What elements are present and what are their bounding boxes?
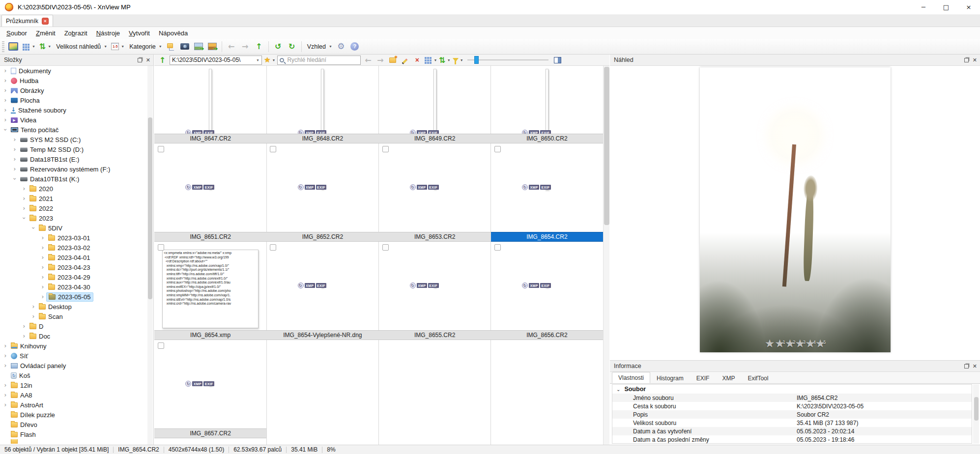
thumbnail-image[interactable]: ↻XMPEXIF bbox=[433, 186, 436, 189]
float-panel-icon[interactable] bbox=[964, 364, 969, 369]
expander-icon[interactable]: › bbox=[2, 401, 9, 408]
sidebar-item-hudba[interactable]: ›Hudba bbox=[0, 76, 147, 85]
menu-item-nástroje[interactable]: Nástroje bbox=[92, 29, 124, 37]
thumbnail-cell[interactable]: ↻XMPEXIFIMG_8652.CR2 bbox=[266, 143, 378, 242]
sidebar-item-aa8[interactable]: ›AA8 bbox=[0, 390, 147, 400]
categories-button[interactable]: Kategorie▼ bbox=[127, 40, 163, 53]
sidebar-item-2023-04-23[interactable]: ›2023-04-23 bbox=[0, 262, 147, 272]
thumbnail-image[interactable]: ↻XMPEXIF bbox=[209, 69, 212, 134]
thumbnail-image[interactable]: ↻XMPEXIF bbox=[209, 186, 212, 189]
expander-icon[interactable]: › bbox=[21, 333, 28, 340]
thumbnail-image[interactable]: ↻XMPEXIF bbox=[546, 284, 548, 287]
sidebar-item-5div[interactable]: ›5DIV bbox=[0, 223, 147, 233]
thumbnail-checkbox[interactable] bbox=[382, 146, 389, 152]
expander-icon[interactable]: › bbox=[2, 116, 9, 123]
thumbnail-image[interactable]: ↻XMPEXIF bbox=[321, 284, 324, 287]
sidebar-item-2023-03-01[interactable]: ›2023-03-01 bbox=[0, 233, 147, 243]
tab-exiftool[interactable]: ExifTool bbox=[741, 373, 775, 383]
delete-icon[interactable]: × bbox=[412, 55, 422, 65]
label-filter-icon[interactable]: 1-5▼ bbox=[110, 40, 126, 53]
expander-icon[interactable]: › bbox=[30, 303, 37, 310]
thumbnail-cell[interactable]: ↻XMPEXIFIMG_8655.CR2 bbox=[379, 242, 491, 340]
expander-icon[interactable]: › bbox=[2, 67, 9, 74]
tab-xmp[interactable]: XMP bbox=[716, 373, 741, 383]
expander-icon[interactable]: › bbox=[2, 77, 9, 84]
thumbnail-checkbox[interactable] bbox=[494, 244, 501, 251]
filter-icon[interactable]: ▼ bbox=[453, 55, 463, 65]
back-icon[interactable]: ← bbox=[225, 40, 238, 53]
thumbnail-checkbox[interactable] bbox=[382, 244, 389, 251]
thumbnail-image[interactable]: ↻XMPEXIF bbox=[321, 186, 324, 189]
expander-icon[interactable]: › bbox=[2, 392, 9, 398]
tab-histogram[interactable]: Histogram bbox=[650, 373, 690, 383]
menu-item-vytvořit[interactable]: Vytvořit bbox=[124, 29, 154, 37]
close-button[interactable]: × bbox=[957, 0, 980, 14]
tab-close-icon[interactable]: × bbox=[42, 18, 49, 25]
sidebar-item-videa[interactable]: ›▶Videa bbox=[0, 115, 147, 125]
rotate-left-icon[interactable]: ↺ bbox=[272, 40, 285, 53]
rename-icon[interactable] bbox=[400, 55, 410, 65]
path-combobox[interactable]: K:\2023\5DIV\2023-05-05\▼ bbox=[170, 56, 262, 65]
expander-icon[interactable]: › bbox=[39, 264, 46, 271]
sidebar-item-2021[interactable]: ›2021 bbox=[0, 194, 147, 203]
thumbnail-size-button[interactable]: Velikost náhledů▼ bbox=[54, 40, 109, 53]
sidebar-item-scan[interactable]: ›Scan bbox=[0, 312, 147, 321]
sidebar-item-ovl-dac-panely[interactable]: ›Ovládací panely bbox=[0, 361, 147, 370]
thumbnail-cell[interactable]: ↻XMPEXIFIMG_8650.CR2 bbox=[491, 66, 603, 143]
expander-icon[interactable]: › bbox=[11, 156, 18, 163]
folder-tree-icon[interactable] bbox=[165, 40, 177, 53]
sidebar-item-2022[interactable]: ›2022 bbox=[0, 203, 147, 213]
expander-icon[interactable]: › bbox=[2, 97, 9, 104]
expander-icon[interactable]: › bbox=[11, 175, 18, 182]
rating-star-icon[interactable]: ★3 bbox=[795, 338, 806, 349]
rating-star-icon[interactable]: ★ bbox=[765, 338, 775, 349]
expander-icon[interactable]: › bbox=[21, 195, 28, 202]
expander-icon[interactable]: › bbox=[21, 205, 28, 212]
sidebar-item-sys-m2-ssd-c-[interactable]: ›SYS M2 SSD (C:) bbox=[0, 135, 147, 144]
expander-icon[interactable]: › bbox=[30, 225, 37, 231]
maximize-button[interactable]: □ bbox=[935, 0, 957, 14]
sidebar-item-2023-03-02[interactable]: ›2023-03-02 bbox=[0, 243, 147, 253]
sidebar-item-tento-po-ta-[interactable]: ›Tento počítač bbox=[0, 125, 147, 135]
thumbnail-checkbox[interactable] bbox=[494, 146, 501, 152]
quick-search-input[interactable] bbox=[277, 56, 361, 65]
thumbnail-checkbox[interactable] bbox=[270, 244, 276, 251]
sidebar-item-dokumenty[interactable]: ›Dokumenty bbox=[0, 66, 147, 76]
info-scrollbar[interactable] bbox=[973, 384, 979, 444]
sidebar-item-d-evo[interactable]: Dřevo bbox=[0, 420, 147, 429]
close-panel-icon[interactable]: ✕ bbox=[146, 57, 150, 63]
slider-thumb[interactable] bbox=[474, 56, 479, 64]
expander-icon[interactable]: › bbox=[2, 126, 9, 133]
expander-icon[interactable]: › bbox=[39, 284, 46, 290]
sort-order-icon[interactable]: ⇅▼ bbox=[439, 55, 450, 65]
sidebar-item-flash[interactable]: Flash bbox=[0, 429, 147, 439]
sidebar-item-s-[interactable]: ›Síť bbox=[0, 351, 147, 361]
sidebar-item-data18tb1st-e-[interactable]: ›Data18TB1st (E:) bbox=[0, 154, 147, 164]
expander-icon[interactable]: › bbox=[2, 107, 9, 114]
sidebar-item-ko-[interactable]: ↻Koš bbox=[0, 370, 147, 380]
expander-icon[interactable]: › bbox=[2, 382, 9, 389]
expander-icon[interactable]: › bbox=[39, 293, 46, 300]
sidebar-item-temp-m2-ssd-d-[interactable]: ›Temp M2 SSD (D:) bbox=[0, 144, 147, 154]
new-folder-icon[interactable] bbox=[387, 55, 398, 65]
thumbnail-cell[interactable]: ↻XMPEXIFIMG_8651.CR2 bbox=[154, 143, 266, 242]
view-mode-icon[interactable]: ▼ bbox=[424, 55, 437, 65]
menu-item-nápověda[interactable]: Nápověda bbox=[154, 29, 192, 37]
thumbnail-image[interactable]: ↻XMPEXIF bbox=[546, 69, 548, 134]
capture-icon[interactable] bbox=[178, 40, 191, 53]
favorites-star-icon[interactable]: ★▼ bbox=[264, 55, 275, 65]
thumbnail-cell[interactable]: ↻XMPEXIFIMG_8653.CR2 bbox=[379, 143, 491, 242]
sidebar-item-plocha[interactable]: ›Plocha bbox=[0, 95, 147, 105]
thumbnail-checkbox[interactable] bbox=[158, 146, 164, 152]
preview-image[interactable]: ★★1★2★3★4★5 bbox=[700, 67, 891, 352]
browser-layout-icon[interactable]: ▼ bbox=[21, 40, 37, 53]
folders-scrollbar-thumb[interactable] bbox=[148, 117, 152, 299]
help-icon[interactable]: ? bbox=[348, 40, 361, 53]
sidebar-item-2020[interactable]: ›2020 bbox=[0, 184, 147, 194]
tab-vlastnosti[interactable]: Vlastnosti bbox=[612, 372, 650, 383]
thumbnail-cell[interactable]: ↻XMPEXIFIMG_8648.CR2 bbox=[266, 66, 378, 143]
thumbnail-cell[interactable]: ↻XMPEXIFIMG_8656.CR2 bbox=[491, 242, 603, 340]
thumbnail-cell[interactable]: ↻XMPEXIFIMG_8657.CR2 bbox=[154, 340, 266, 438]
view-button[interactable]: Vzhled▼ bbox=[305, 40, 334, 53]
thumbnail-size-slider[interactable] bbox=[467, 56, 548, 64]
